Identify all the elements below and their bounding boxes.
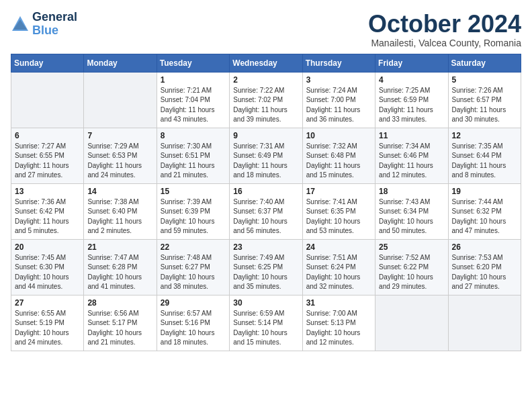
calendar-day-cell bbox=[375, 295, 448, 351]
logo-icon bbox=[11, 15, 30, 34]
day-info: Sunrise: 7:25 AM Sunset: 6:59 PM Dayligh… bbox=[379, 86, 444, 125]
weekday-header-cell: Monday bbox=[84, 54, 157, 72]
day-info: Sunrise: 7:45 AM Sunset: 6:30 PM Dayligh… bbox=[15, 253, 80, 292]
calendar-day-cell: 19Sunrise: 7:44 AM Sunset: 6:32 PM Dayli… bbox=[448, 183, 521, 239]
calendar-day-cell: 16Sunrise: 7:40 AM Sunset: 6:37 PM Dayli… bbox=[230, 183, 302, 239]
logo-line2: Blue bbox=[32, 24, 77, 38]
day-number: 16 bbox=[233, 187, 298, 196]
location-subtitle: Manailesti, Valcea County, Romania bbox=[368, 38, 521, 48]
day-info: Sunrise: 7:51 AM Sunset: 6:24 PM Dayligh… bbox=[306, 253, 371, 292]
calendar-day-cell: 28Sunrise: 6:56 AM Sunset: 5:17 PM Dayli… bbox=[84, 295, 157, 351]
day-number: 3 bbox=[306, 75, 371, 85]
calendar-day-cell: 3Sunrise: 7:24 AM Sunset: 7:00 PM Daylig… bbox=[302, 72, 375, 128]
calendar-day-cell: 22Sunrise: 7:48 AM Sunset: 6:27 PM Dayli… bbox=[157, 239, 229, 295]
weekday-header-cell: Friday bbox=[375, 54, 448, 72]
calendar-day-cell: 24Sunrise: 7:51 AM Sunset: 6:24 PM Dayli… bbox=[302, 239, 375, 295]
weekday-header-cell: Thursday bbox=[302, 54, 375, 72]
day-number: 31 bbox=[306, 298, 371, 308]
calendar-day-cell bbox=[448, 295, 521, 351]
day-number: 20 bbox=[15, 242, 80, 252]
calendar-day-cell: 21Sunrise: 7:47 AM Sunset: 6:28 PM Dayli… bbox=[84, 239, 157, 295]
day-info: Sunrise: 7:53 AM Sunset: 6:20 PM Dayligh… bbox=[452, 253, 517, 292]
day-info: Sunrise: 7:32 AM Sunset: 6:48 PM Dayligh… bbox=[306, 142, 371, 181]
day-number: 18 bbox=[379, 187, 444, 196]
day-number: 22 bbox=[161, 242, 226, 252]
day-info: Sunrise: 7:44 AM Sunset: 6:32 PM Dayligh… bbox=[452, 197, 517, 236]
calendar-day-cell: 15Sunrise: 7:39 AM Sunset: 6:39 PM Dayli… bbox=[157, 183, 229, 239]
calendar-day-cell: 4Sunrise: 7:25 AM Sunset: 6:59 PM Daylig… bbox=[375, 72, 448, 128]
calendar-day-cell: 2Sunrise: 7:22 AM Sunset: 7:02 PM Daylig… bbox=[230, 72, 302, 128]
calendar-day-cell bbox=[11, 72, 84, 128]
month-title: October 2024 bbox=[368, 11, 521, 38]
day-number: 24 bbox=[306, 242, 371, 252]
calendar-day-cell: 10Sunrise: 7:32 AM Sunset: 6:48 PM Dayli… bbox=[302, 128, 375, 183]
logo-line1: General bbox=[32, 11, 77, 24]
day-info: Sunrise: 7:29 AM Sunset: 6:53 PM Dayligh… bbox=[87, 142, 152, 181]
page-header: General Blue October 2024 Manailesti, Va… bbox=[11, 11, 521, 48]
day-info: Sunrise: 7:48 AM Sunset: 6:27 PM Dayligh… bbox=[161, 253, 226, 292]
calendar-week-row: 27Sunrise: 6:55 AM Sunset: 5:19 PM Dayli… bbox=[11, 295, 521, 351]
calendar-header: SundayMondayTuesdayWednesdayThursdayFrid… bbox=[11, 54, 521, 72]
day-number: 17 bbox=[306, 187, 371, 196]
day-info: Sunrise: 7:22 AM Sunset: 7:02 PM Dayligh… bbox=[233, 86, 298, 125]
day-info: Sunrise: 7:26 AM Sunset: 6:57 PM Dayligh… bbox=[452, 86, 517, 125]
day-info: Sunrise: 7:52 AM Sunset: 6:22 PM Dayligh… bbox=[379, 253, 444, 292]
calendar-day-cell: 1Sunrise: 7:21 AM Sunset: 7:04 PM Daylig… bbox=[157, 72, 229, 128]
calendar-day-cell: 20Sunrise: 7:45 AM Sunset: 6:30 PM Dayli… bbox=[11, 239, 84, 295]
calendar-day-cell: 7Sunrise: 7:29 AM Sunset: 6:53 PM Daylig… bbox=[84, 128, 157, 183]
day-number: 2 bbox=[233, 75, 298, 85]
calendar-day-cell: 14Sunrise: 7:38 AM Sunset: 6:40 PM Dayli… bbox=[84, 183, 157, 239]
day-info: Sunrise: 7:47 AM Sunset: 6:28 PM Dayligh… bbox=[87, 253, 152, 292]
svg-marker-1 bbox=[13, 19, 27, 30]
calendar-table: SundayMondayTuesdayWednesdayThursdayFrid… bbox=[11, 54, 521, 351]
day-info: Sunrise: 7:21 AM Sunset: 7:04 PM Dayligh… bbox=[161, 86, 226, 125]
day-number: 15 bbox=[161, 187, 226, 196]
day-number: 27 bbox=[15, 298, 80, 308]
day-number: 25 bbox=[379, 242, 444, 252]
day-number: 21 bbox=[87, 242, 152, 252]
day-number: 4 bbox=[379, 75, 444, 85]
day-info: Sunrise: 7:24 AM Sunset: 7:00 PM Dayligh… bbox=[306, 86, 371, 125]
day-number: 29 bbox=[161, 298, 226, 308]
day-number: 6 bbox=[15, 131, 80, 140]
calendar-day-cell: 29Sunrise: 6:57 AM Sunset: 5:16 PM Dayli… bbox=[157, 295, 229, 351]
day-info: Sunrise: 6:55 AM Sunset: 5:19 PM Dayligh… bbox=[15, 309, 80, 348]
calendar-day-cell: 26Sunrise: 7:53 AM Sunset: 6:20 PM Dayli… bbox=[448, 239, 521, 295]
day-number: 7 bbox=[87, 131, 152, 140]
day-info: Sunrise: 7:00 AM Sunset: 5:13 PM Dayligh… bbox=[306, 309, 371, 348]
day-number: 13 bbox=[15, 187, 80, 196]
weekday-header-cell: Sunday bbox=[11, 54, 84, 72]
weekday-header-cell: Tuesday bbox=[157, 54, 229, 72]
calendar-week-row: 13Sunrise: 7:36 AM Sunset: 6:42 PM Dayli… bbox=[11, 183, 521, 239]
day-number: 9 bbox=[233, 131, 298, 140]
day-info: Sunrise: 7:34 AM Sunset: 6:46 PM Dayligh… bbox=[379, 142, 444, 181]
title-block: October 2024 Manailesti, Valcea County, … bbox=[368, 11, 521, 48]
day-number: 23 bbox=[233, 242, 298, 252]
calendar-day-cell: 13Sunrise: 7:36 AM Sunset: 6:42 PM Dayli… bbox=[11, 183, 84, 239]
day-number: 8 bbox=[161, 131, 226, 140]
calendar-week-row: 20Sunrise: 7:45 AM Sunset: 6:30 PM Dayli… bbox=[11, 239, 521, 295]
day-number: 12 bbox=[452, 131, 517, 140]
day-number: 5 bbox=[452, 75, 517, 85]
calendar-body: 1Sunrise: 7:21 AM Sunset: 7:04 PM Daylig… bbox=[11, 72, 521, 351]
calendar-day-cell: 18Sunrise: 7:43 AM Sunset: 6:34 PM Dayli… bbox=[375, 183, 448, 239]
calendar-day-cell: 23Sunrise: 7:49 AM Sunset: 6:25 PM Dayli… bbox=[230, 239, 302, 295]
day-info: Sunrise: 6:57 AM Sunset: 5:16 PM Dayligh… bbox=[161, 309, 226, 348]
day-info: Sunrise: 7:43 AM Sunset: 6:34 PM Dayligh… bbox=[379, 197, 444, 236]
logo: General Blue bbox=[11, 11, 77, 38]
calendar-day-cell bbox=[84, 72, 157, 128]
weekday-header-row: SundayMondayTuesdayWednesdayThursdayFrid… bbox=[11, 54, 521, 72]
day-info: Sunrise: 7:31 AM Sunset: 6:49 PM Dayligh… bbox=[233, 142, 298, 181]
weekday-header-cell: Saturday bbox=[448, 54, 521, 72]
calendar-day-cell: 27Sunrise: 6:55 AM Sunset: 5:19 PM Dayli… bbox=[11, 295, 84, 351]
day-number: 1 bbox=[161, 75, 226, 85]
calendar-week-row: 6Sunrise: 7:27 AM Sunset: 6:55 PM Daylig… bbox=[11, 128, 521, 183]
day-info: Sunrise: 7:39 AM Sunset: 6:39 PM Dayligh… bbox=[161, 197, 226, 236]
day-info: Sunrise: 7:35 AM Sunset: 6:44 PM Dayligh… bbox=[452, 142, 517, 181]
calendar-week-row: 1Sunrise: 7:21 AM Sunset: 7:04 PM Daylig… bbox=[11, 72, 521, 128]
calendar-day-cell: 6Sunrise: 7:27 AM Sunset: 6:55 PM Daylig… bbox=[11, 128, 84, 183]
day-info: Sunrise: 7:30 AM Sunset: 6:51 PM Dayligh… bbox=[161, 142, 226, 181]
day-info: Sunrise: 7:27 AM Sunset: 6:55 PM Dayligh… bbox=[15, 142, 80, 181]
calendar-day-cell: 5Sunrise: 7:26 AM Sunset: 6:57 PM Daylig… bbox=[448, 72, 521, 128]
calendar-day-cell: 25Sunrise: 7:52 AM Sunset: 6:22 PM Dayli… bbox=[375, 239, 448, 295]
